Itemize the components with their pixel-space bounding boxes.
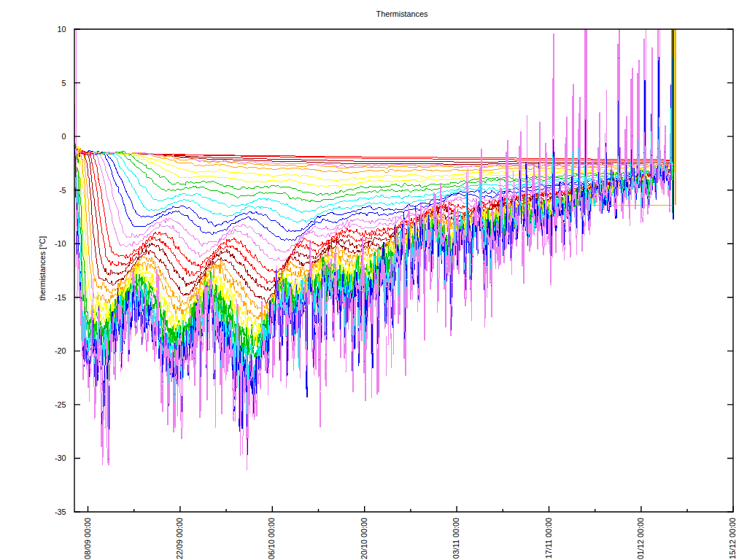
svg-text:-10: -10 (55, 239, 66, 248)
svg-text:15/12 00:00: 15/12 00:00 (728, 518, 737, 559)
svg-text:-30: -30 (55, 454, 66, 462)
svg-text:08/09 00:00: 08/09 00:00 (83, 518, 92, 559)
svg-text:-25: -25 (55, 400, 66, 409)
svg-text:20/10 00:00: 20/10 00:00 (360, 518, 368, 559)
svg-text:22/09 00:00: 22/09 00:00 (175, 518, 184, 559)
svg-text:5: 5 (61, 79, 66, 88)
svg-text:Thermistances: Thermistances (376, 9, 428, 18)
svg-text:-20: -20 (55, 346, 66, 355)
svg-text:06/10 00:00: 06/10 00:00 (267, 518, 276, 559)
svg-text:thermistances [°C]: thermistances [°C] (38, 236, 47, 300)
svg-text:01/12 00:00: 01/12 00:00 (636, 518, 645, 559)
svg-text:0: 0 (61, 132, 66, 141)
svg-text:17/11 00:00: 17/11 00:00 (544, 518, 553, 559)
svg-text:-5: -5 (59, 186, 66, 195)
svg-text:-15: -15 (55, 293, 66, 302)
svg-text:10: 10 (57, 25, 66, 34)
svg-text:-35: -35 (55, 508, 66, 516)
svg-text:03/11 00:00: 03/11 00:00 (452, 518, 460, 559)
